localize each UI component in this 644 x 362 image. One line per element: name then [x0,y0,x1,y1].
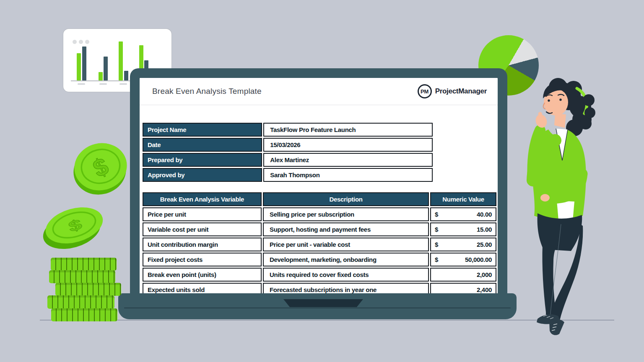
pm-logo-icon: PM [418,84,432,98]
analysis-header-cell: Break Even Analysis Variable [143,192,262,206]
table-header-row: Break Even Analysis Variable Description… [143,192,496,206]
variable-cell: Variable cost per unit [143,222,262,236]
numeric-cell: $40.00 [430,207,496,221]
variable-cell: Price per unit [143,207,262,221]
numeric-cell: $50,000.00 [430,253,496,266]
project-label-cell: Approved by [143,168,262,182]
laptop-base-seam [124,308,511,308]
table-row: Date 15/03/2026 [143,138,433,152]
description-cell: Units required to cover fixed costs [263,268,429,282]
tick-dash [119,83,127,85]
project-value-cell: 15/03/2026 [263,138,433,152]
coins-illustration: $ $ [40,140,132,249]
variable-cell: Unit contribution margin [143,238,262,251]
analysis-header-cell: Description [263,192,429,206]
numeric-value: 50,000.00 [465,256,492,263]
coin-stack-layer [51,308,117,321]
coin-stack-layer [47,295,114,309]
currency-symbol: $ [435,256,438,263]
project-label-cell: Date [143,138,262,152]
hand [540,194,550,202]
coin: $ [40,201,107,249]
project-label-cell: Project Name [143,123,262,137]
coin-stack-layer [55,283,121,296]
bar-slate-1 [82,47,86,80]
table-row: Unit contribution margin Price per unit … [143,238,496,251]
table-row: Prepared by Alex Martinez [143,153,433,167]
coin-stack-layer [51,258,117,271]
neck [554,114,566,128]
numeric-value: 2,000 [477,271,492,278]
description-cell: Support, hosting and payment fees [263,222,429,236]
bar-green-3 [119,41,123,80]
table-row: Break even point (units) Units required … [143,268,496,282]
laptop-base-notch [283,299,363,307]
tick-dash [99,83,107,85]
description-cell: Selling price per subscription [263,207,429,221]
window-dot [73,40,77,44]
window-dot [79,40,83,44]
project-value-cell: Alex Martinez [263,153,433,167]
bar-green-2 [99,72,103,80]
bar-green-1 [77,53,81,80]
project-value-cell: Sarah Thompson [263,168,433,182]
thinking-woman-illustration [519,77,603,336]
variable-cell: Break even point (units) [143,268,262,282]
table-row: Approved by Sarah Thompson [143,168,433,182]
table-row: Fixed project costs Development, marketi… [143,253,496,266]
table-row: Project Name TaskFlow Pro Feature Launch [143,123,433,137]
coin: $ [68,140,132,200]
page-title: Break Even Analysis Template [152,87,262,96]
analysis-header-cell: Numeric Value [430,192,496,206]
titlebar: Break Even Analysis Template PM ProjectM… [140,78,498,105]
titlebar-divider [140,105,498,105]
screen-content: Break Even Analysis Template PM ProjectM… [140,78,498,297]
analysis-table: Break Even Analysis Variable Description… [141,191,498,297]
project-value-cell: TaskFlow Pro Feature Launch [263,123,433,137]
tick-dash [78,83,85,85]
laptop-base [118,293,517,319]
bar-slate-2 [104,57,108,80]
numeric-value: 25.00 [477,241,492,248]
window-dot [85,40,89,44]
window-dots [73,38,91,46]
description-cell: Price per unit - variable cost [263,238,429,251]
numeric-cell: 2,000 [430,268,496,282]
numeric-value: 40.00 [477,211,492,218]
pants [538,213,583,321]
project-info-table: Project Name TaskFlow Pro Feature Launch… [141,122,434,183]
bar-slate-3 [124,71,128,80]
projectmanager-logo: PM ProjectManager [418,84,487,98]
variable-cell: Fixed project costs [143,253,262,266]
numeric-value: 15.00 [477,226,492,233]
project-label-cell: Prepared by [143,153,262,167]
illustration-stage: Break Even Analysis Template PM ProjectM… [0,0,644,362]
numeric-value: 2,400 [477,286,492,293]
pm-logo-text: ProjectManager [435,87,487,96]
numeric-cell: $25.00 [430,238,496,251]
table-row: Price per unit Selling price per subscri… [143,207,496,221]
numeric-cell: $15.00 [430,222,496,236]
table-row: Variable cost per unit Support, hosting … [143,222,496,236]
currency-symbol: $ [435,241,438,248]
currency-symbol: $ [435,226,438,233]
currency-symbol: $ [435,211,438,218]
description-cell: Development, marketing, onboarding [263,253,429,266]
coin-stack-layer [49,270,115,283]
